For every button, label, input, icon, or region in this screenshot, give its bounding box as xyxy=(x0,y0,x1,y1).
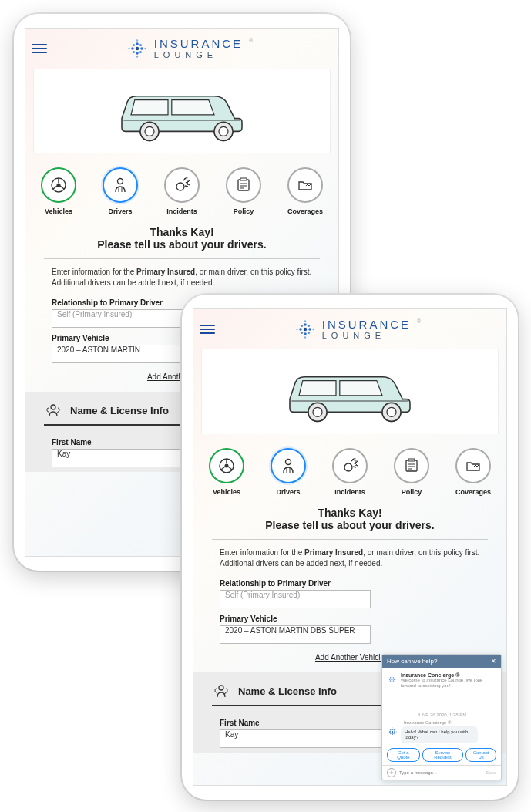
step-vehicles[interactable]: Vehicles xyxy=(35,167,82,215)
folder-icon xyxy=(464,457,482,475)
logo-icon xyxy=(387,726,398,737)
wheel-icon xyxy=(217,457,236,475)
doc-icon xyxy=(234,176,253,194)
doc-icon xyxy=(402,457,421,475)
chat-btn-quote[interactable]: Get a Quote xyxy=(387,748,420,762)
wizard-steps: Vehicles Drivers Incidents Policy Covera… xyxy=(198,448,502,496)
hero-vehicle xyxy=(33,69,331,153)
step-coverages[interactable]: Coverages xyxy=(281,167,329,215)
close-icon[interactable]: ✕ xyxy=(491,658,496,665)
instructions: Enter information for the Primary Insure… xyxy=(52,267,312,288)
instructions: Enter information for the Primary Insure… xyxy=(220,548,480,568)
step-coverages[interactable]: Coverages xyxy=(449,448,497,496)
relationship-label: Relationship to Primary Driver xyxy=(220,579,480,588)
plus-icon[interactable]: + xyxy=(387,768,396,777)
brand-line1: INSURANCE xyxy=(322,318,411,330)
headset-icon xyxy=(212,682,230,700)
burst-icon xyxy=(341,457,359,475)
wizard-steps: Vehicles Drivers Incidents Policy Covera… xyxy=(30,167,334,215)
step-incidents[interactable]: Incidents xyxy=(158,167,206,215)
menu-icon[interactable] xyxy=(200,325,215,334)
page-title: Thanks Kay! Please tell us about your dr… xyxy=(35,226,329,251)
vehicle-label: Primary Vehicle xyxy=(220,615,480,623)
folder-icon xyxy=(296,176,314,194)
chat-btn-service[interactable]: Service Request xyxy=(422,748,463,762)
chat-btn-contact[interactable]: Contact Us xyxy=(465,748,496,762)
step-policy[interactable]: Policy xyxy=(388,448,435,496)
brand-logo[interactable]: INSURANCE LOUNGE ® xyxy=(294,318,422,340)
wheel-icon xyxy=(49,176,68,194)
chat-widget: How can we help? ✕ Insurance Concierge ®… xyxy=(381,654,502,780)
divider xyxy=(44,258,320,259)
burst-icon xyxy=(173,176,191,194)
tablet-front: INSURANCE LOUNGE ® Vehicles Drivers Inci… xyxy=(182,295,518,800)
brand-line1: INSURANCE xyxy=(154,38,243,49)
reg-mark: ® xyxy=(417,318,421,324)
page-title: Thanks Kay! Please tell us about your dr… xyxy=(203,507,497,531)
reg-mark: ® xyxy=(249,38,253,43)
relationship-select[interactable]: Self (Primary Insured) xyxy=(220,590,371,608)
step-incidents[interactable]: Incidents xyxy=(326,448,374,496)
step-drivers[interactable]: Drivers xyxy=(96,167,144,215)
chat-message: Hello! What can I help you with today? xyxy=(382,725,501,745)
chat-intro: Insurance Concierge ® Welcome to Insuran… xyxy=(382,668,501,693)
logo-icon xyxy=(387,672,397,686)
brand-line2: LOUNGE xyxy=(322,332,411,340)
headset-icon xyxy=(44,401,62,419)
vehicle-select[interactable]: 2020 – ASTON MARTIN DBS SUPER xyxy=(220,625,371,644)
chat-text-input[interactable] xyxy=(399,770,482,775)
chat-input-row: + Send xyxy=(382,765,501,780)
step-drivers[interactable]: Drivers xyxy=(264,448,312,496)
chat-header[interactable]: How can we help? ✕ xyxy=(382,655,501,668)
topbar: INSURANCE LOUNGE ® xyxy=(193,309,506,349)
step-policy[interactable]: Policy xyxy=(220,167,267,215)
logo-icon xyxy=(126,38,148,59)
brand-logo[interactable]: INSURANCE LOUNGE ® xyxy=(126,38,254,59)
driver-form: Relationship to Primary Driver Self (Pri… xyxy=(220,579,480,662)
brand-line2: LOUNGE xyxy=(154,51,243,59)
logo-icon xyxy=(294,318,316,340)
suv-illustration xyxy=(113,74,251,148)
hero-vehicle xyxy=(201,349,499,434)
screen-front: INSURANCE LOUNGE ® Vehicles Drivers Inci… xyxy=(193,308,507,786)
suv-illustration xyxy=(281,355,419,429)
step-vehicles[interactable]: Vehicles xyxy=(203,448,250,496)
chat-quick-replies: Get a Quote Service Request Contact Us xyxy=(382,745,501,765)
chat-send-button[interactable]: Send xyxy=(486,770,496,775)
person-icon xyxy=(111,176,129,194)
chat-date: JUNE 26 2020, 1:28 PM xyxy=(382,713,501,717)
person-icon xyxy=(279,457,297,475)
topbar: INSURANCE LOUNGE ® xyxy=(25,29,338,69)
menu-icon[interactable] xyxy=(32,44,47,53)
divider xyxy=(212,539,488,540)
